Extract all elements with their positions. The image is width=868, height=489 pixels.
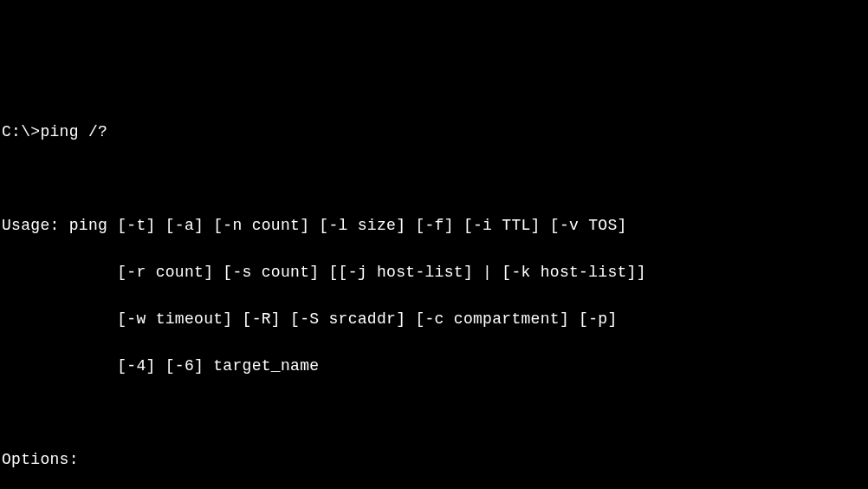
- options-header: Options:: [2, 448, 868, 472]
- usage-line-1: Usage: ping [-t] [-a] [-n count] [-l siz…: [2, 214, 868, 238]
- terminal-output[interactable]: C:\>ping /? Usage: ping [-t] [-a] [-n co…: [2, 97, 868, 489]
- blank-line: [2, 167, 868, 191]
- usage-line-4: [-4] [-6] target_name: [2, 355, 868, 378]
- usage-line-2: [-r count] [-s count] [[-j host-list] | …: [2, 261, 868, 284]
- usage-line-3: [-w timeout] [-R] [-S srcaddr] [-c compa…: [2, 308, 868, 331]
- command-prompt-line: C:\>ping /?: [2, 121, 868, 144]
- blank-line: [2, 401, 868, 425]
